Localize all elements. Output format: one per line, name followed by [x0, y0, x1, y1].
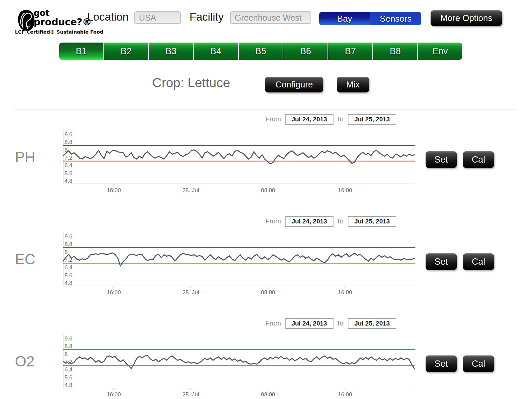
- x-axis-label: 16:00: [338, 187, 352, 194]
- x-axis-label: 16:00: [338, 289, 352, 296]
- tab-b8[interactable]: B8: [373, 43, 418, 60]
- y-axis-label: 8.8: [65, 139, 72, 145]
- y-axis-label: 5.6: [65, 374, 72, 381]
- to-date-input[interactable]: [348, 216, 396, 227]
- tab-b5[interactable]: B5: [239, 43, 284, 60]
- tab-b4[interactable]: B4: [194, 43, 239, 60]
- set-button[interactable]: Set: [426, 253, 457, 270]
- logo-tagline: LCF Certified® Sustainable Food: [15, 29, 103, 35]
- tab-env[interactable]: Env: [418, 43, 462, 60]
- set-button[interactable]: Set: [426, 151, 457, 168]
- tab-b1[interactable]: B1: [59, 43, 104, 60]
- x-axis-label: 25. Jul: [183, 187, 199, 194]
- y-axis-label: 5.6: [65, 170, 72, 177]
- series-line: [63, 253, 415, 266]
- bay-button[interactable]: Bay: [319, 12, 370, 25]
- to-date-input[interactable]: [348, 318, 396, 329]
- mix-button[interactable]: Mix: [337, 77, 369, 92]
- cal-button[interactable]: Cal: [463, 355, 494, 372]
- logo-word-produce: produce?®: [34, 17, 92, 27]
- series-line: [63, 355, 415, 369]
- y-axis-label: 9.6: [65, 233, 72, 240]
- from-label: From: [262, 320, 281, 327]
- from-label: From: [262, 115, 281, 123]
- sensor-chart: 9.68.887.26.45.64.816:0025. Jul08:0016:0…: [62, 128, 424, 196]
- x-axis-label: 16:00: [338, 391, 352, 398]
- to-label: To: [336, 217, 343, 225]
- y-axis-label: 6.4: [65, 366, 72, 373]
- bay-tabs: B1B2B3B4B5B6B7B8Env: [59, 43, 462, 60]
- x-axis-label: 25. Jul: [183, 391, 199, 398]
- facility-input[interactable]: [230, 11, 311, 24]
- y-axis-label: 5.6: [65, 272, 72, 279]
- y-axis-label: 4.8: [65, 178, 72, 184]
- sensor-chart: 9.68.887.26.45.64.816:0025. Jul08:0016:0…: [62, 332, 424, 399]
- tab-b3[interactable]: B3: [149, 43, 194, 60]
- series-line: [63, 150, 415, 164]
- to-label: To: [336, 115, 343, 123]
- configure-button[interactable]: Configure: [265, 77, 323, 92]
- x-axis-label: 16:00: [107, 289, 121, 296]
- cal-button[interactable]: Cal: [463, 253, 494, 270]
- y-axis-label: 6.4: [65, 264, 72, 271]
- x-axis-label: 08:00: [261, 391, 275, 398]
- sensor-section-ec: From To EC 9.68.887.26.45.64.816:0025. J…: [0, 214, 532, 299]
- set-button[interactable]: Set: [426, 355, 457, 372]
- sensor-section-o2: From To O2 9.68.887.26.45.64.816:0025. J…: [0, 317, 532, 399]
- sensor-chart: 9.68.887.26.45.64.816:0025. Jul08:0016:0…: [62, 230, 424, 298]
- bay-sensors-toggle: Bay Sensors: [319, 12, 421, 25]
- sensor-name-label: O2: [15, 353, 35, 370]
- to-label: To: [336, 320, 343, 327]
- sensor-name-label: PH: [15, 149, 35, 166]
- tab-b6[interactable]: B6: [283, 43, 328, 60]
- x-axis-label: 08:00: [261, 187, 275, 194]
- sensors-button[interactable]: Sensors: [370, 12, 421, 25]
- sensor-section-ph: From To PH 9.68.887.26.45.64.816:0025. J…: [0, 112, 532, 197]
- tab-b2[interactable]: B2: [104, 43, 149, 60]
- y-axis-label: 8: [65, 351, 67, 357]
- y-axis-label: 9.6: [65, 131, 72, 138]
- y-axis-label: 4.8: [65, 382, 72, 388]
- y-axis-label: 8.8: [65, 241, 72, 247]
- from-date-input[interactable]: [285, 318, 333, 329]
- x-axis-label: 25. Jul: [183, 289, 199, 296]
- divider: [15, 109, 517, 110]
- to-date-input[interactable]: [348, 114, 396, 125]
- crop-title: Crop: Lettuce: [152, 75, 230, 90]
- from-date-input[interactable]: [285, 114, 333, 125]
- from-label: From: [262, 217, 281, 225]
- sensor-name-label: EC: [15, 251, 35, 268]
- x-axis-label: 16:00: [107, 391, 121, 398]
- facility-label: Facility: [190, 11, 224, 23]
- y-axis-label: 7.2: [65, 155, 72, 161]
- y-axis-label: 9.6: [65, 335, 72, 342]
- x-axis-label: 08:00: [261, 289, 275, 296]
- cal-button[interactable]: Cal: [463, 151, 494, 168]
- more-options-button[interactable]: More Options: [431, 10, 502, 26]
- y-axis-label: 8: [65, 249, 67, 255]
- fingerprint-logo-icon: [17, 9, 36, 31]
- from-date-input[interactable]: [285, 216, 333, 227]
- location-input[interactable]: [134, 11, 181, 24]
- y-axis-label: 4.8: [65, 280, 72, 286]
- y-axis-label: 8.8: [65, 343, 72, 349]
- location-label: Location: [87, 11, 129, 23]
- tab-b7[interactable]: B7: [328, 43, 373, 60]
- y-axis-label: 6.4: [65, 162, 72, 169]
- x-axis-label: 16:00: [107, 187, 121, 194]
